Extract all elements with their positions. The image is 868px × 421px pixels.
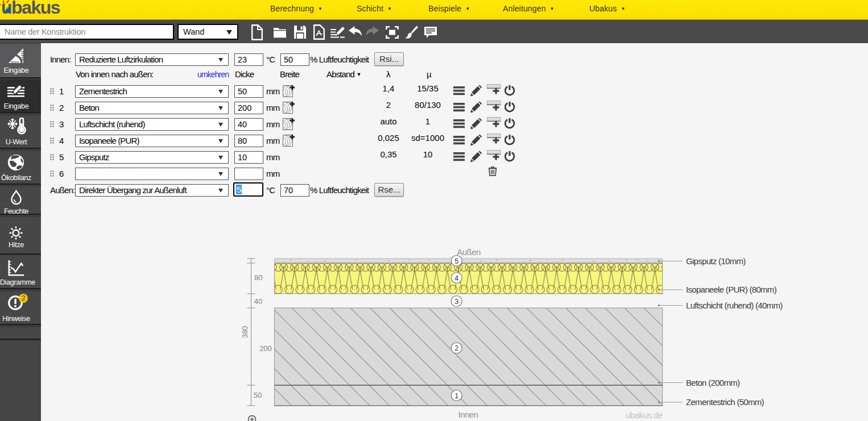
svg-text:50: 50 <box>254 391 262 399</box>
svg-text:80: 80 <box>254 273 262 282</box>
svg-text:3: 3 <box>454 298 458 306</box>
svg-text:1: 1 <box>454 392 458 400</box>
svg-text:Außen: Außen <box>457 247 481 257</box>
svg-text:5: 5 <box>454 257 458 265</box>
svg-text:Zementestrich (50mm): Zementestrich (50mm) <box>686 397 764 407</box>
svg-text:Isopaneele (PUR) (80mm): Isopaneele (PUR) (80mm) <box>686 285 777 294</box>
svg-text:4: 4 <box>454 274 458 282</box>
svg-text:Gipsputz (10mm): Gipsputz (10mm) <box>686 256 746 266</box>
svg-text:200: 200 <box>259 344 272 353</box>
svg-text:2: 2 <box>454 344 458 352</box>
svg-text:2: 2 <box>22 294 26 302</box>
svg-text:ubakus.de: ubakus.de <box>626 410 663 420</box>
svg-text:380: 380 <box>241 326 249 339</box>
svg-text:Beton (200mm): Beton (200mm) <box>686 378 740 387</box>
svg-text:40: 40 <box>254 297 262 306</box>
svg-text:Innen: Innen <box>458 410 478 419</box>
svg-text:Luftschicht (ruhend) (40mm): Luftschicht (ruhend) (40mm) <box>686 301 783 310</box>
